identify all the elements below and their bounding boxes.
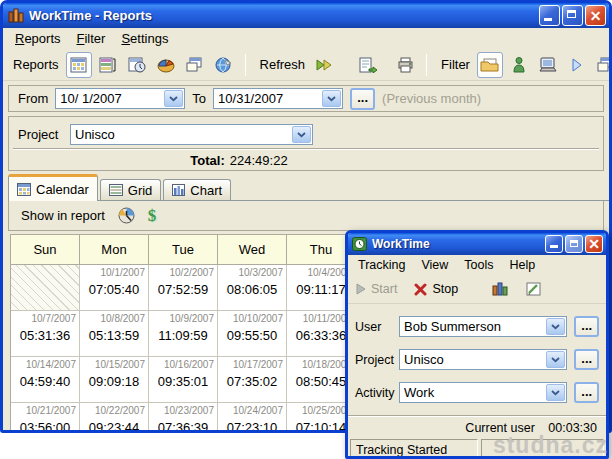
date-range-browse-button[interactable]: ...: [350, 88, 375, 110]
calendar-day-cell[interactable]: 10/16/200709:35:01: [149, 357, 218, 403]
edit-pencil-icon: [526, 282, 541, 296]
calendar-day-cell[interactable]: 10/22/200709:23:44: [80, 403, 149, 430]
tab-chart[interactable]: Chart: [163, 179, 231, 200]
calendar-day-cell[interactable]: 10/15/200709:09:18: [80, 357, 149, 403]
calendar-day-cell[interactable]: 10/10/200709:55:50: [218, 311, 287, 357]
user-value: Bob Summerson: [400, 317, 545, 336]
tracker-window: WorkTime ✕ Tracking View Tools Help Star…: [345, 230, 609, 459]
pie-report-button[interactable]: [153, 52, 179, 78]
tab-calendar[interactable]: Calendar: [8, 174, 98, 201]
calendar-day-cell[interactable]: 10/21/200703:56:00: [11, 403, 80, 430]
cell-date: 10/3/2007: [221, 267, 283, 278]
maximize-button[interactable]: [562, 5, 583, 26]
calendar-day-cell[interactable]: 10/3/200708:06:05: [218, 265, 287, 311]
user-label: User: [355, 320, 399, 334]
cell-time: 09:09:18: [83, 374, 145, 389]
date-filter-panel: From 10/ 1/2007 To 10/31/2007 ... (Previ…: [8, 85, 604, 112]
edit-log-button[interactable]: [520, 276, 546, 302]
tracker-clock-icon: [352, 237, 367, 251]
calendar-day-header: Wed: [218, 235, 287, 265]
menu-reports[interactable]: Reports: [7, 29, 69, 48]
cell-date: 10/17/2007: [221, 359, 283, 370]
menu-view[interactable]: View: [413, 256, 456, 274]
cell-date: 10/11/2007: [290, 313, 352, 324]
chevron-down-icon[interactable]: [546, 384, 565, 401]
web-report-button[interactable]: [211, 52, 237, 78]
calendar-day-cell[interactable]: 10/14/200704:59:40: [11, 357, 80, 403]
filter-activity-button[interactable]: [564, 52, 590, 78]
user-combobox[interactable]: Bob Summerson: [399, 316, 567, 337]
cell-date: 10/22/2007: [83, 405, 145, 416]
start-button[interactable]: Start: [356, 282, 397, 296]
toolbar-separator: [245, 54, 246, 76]
cell-time: 07:23:10: [221, 420, 283, 430]
export-document-icon: [359, 57, 377, 73]
calendar-week-row: 10/1/200707:05:4010/2/200707:52:5910/3/2…: [11, 265, 358, 311]
calendar-day-header: Sun: [11, 235, 80, 265]
calendar-day-cell[interactable]: 10/7/200705:31:36: [11, 311, 80, 357]
minimize-button[interactable]: [539, 5, 560, 26]
refresh-button[interactable]: [312, 52, 338, 78]
to-date-combobox[interactable]: 10/31/2007: [213, 88, 343, 109]
activity-label: Activity: [355, 386, 399, 400]
project-value: Unisco: [400, 350, 545, 369]
calendar-day-cell[interactable]: 10/17/200707:35:02: [218, 357, 287, 403]
chevron-down-icon[interactable]: [292, 126, 311, 143]
copy-report-button[interactable]: [182, 52, 208, 78]
chart-tab-icon: [172, 184, 185, 196]
calendar-report-button[interactable]: [66, 52, 92, 78]
activity-combobox[interactable]: Work: [399, 382, 567, 403]
filter-project-button[interactable]: [477, 52, 503, 78]
tab-grid[interactable]: Grid: [100, 179, 162, 200]
chevron-down-icon[interactable]: [322, 90, 341, 107]
close-button[interactable]: ✕: [585, 235, 603, 253]
project-combobox[interactable]: Unisco: [70, 124, 313, 145]
calendar-day-cell[interactable]: 10/2/200707:52:59: [149, 265, 218, 311]
show-time-icon[interactable]: [118, 207, 135, 224]
reports-titlebar[interactable]: WorkTime - Reports ✕: [3, 3, 609, 28]
calendar-day-cell[interactable]: 10/8/200705:13:59: [80, 311, 149, 357]
calendar-day-cell[interactable]: 10/23/200707:36:39: [149, 403, 218, 430]
export-button[interactable]: [355, 52, 381, 78]
minimize-button[interactable]: [545, 235, 563, 253]
calendar-day-cell[interactable]: 10/9/200711:09:59: [149, 311, 218, 357]
cell-date: 10/24/2007: [221, 405, 283, 416]
cell-time: 07:35:02: [221, 374, 283, 389]
show-money-icon[interactable]: $: [148, 206, 157, 226]
calendar-empty-cell[interactable]: [11, 265, 80, 311]
grid-report-button[interactable]: [95, 52, 121, 78]
grid-tab-icon: [109, 184, 123, 196]
cell-date: 10/10/2007: [221, 313, 283, 324]
stop-button[interactable]: Stop: [414, 282, 458, 296]
watermark: studna.cz: [493, 432, 608, 459]
from-label: From: [18, 91, 48, 106]
maximize-button[interactable]: [565, 235, 583, 253]
refresh-label: Refresh: [254, 57, 310, 72]
project-combobox[interactable]: Unisco: [399, 349, 567, 370]
menu-filter[interactable]: Filter: [69, 29, 114, 48]
filter-computer-button[interactable]: [535, 52, 561, 78]
print-button[interactable]: [392, 52, 418, 78]
chevron-down-icon[interactable]: [546, 351, 565, 368]
filter-copy-button[interactable]: [593, 52, 612, 78]
menu-tools[interactable]: Tools: [456, 256, 501, 274]
calendar-day-cell[interactable]: 10/24/200707:23:10: [218, 403, 287, 430]
menu-settings[interactable]: Settings: [113, 29, 176, 48]
user-browse-button[interactable]: ...: [574, 316, 599, 337]
filter-user-button[interactable]: [506, 52, 532, 78]
project-browse-button[interactable]: ...: [574, 349, 599, 370]
activity-browse-button[interactable]: ...: [574, 382, 599, 403]
close-button[interactable]: ✕: [585, 5, 606, 26]
calendar-day-cell[interactable]: 10/1/200707:05:40: [80, 265, 149, 311]
stop-label: Stop: [432, 282, 458, 296]
reports-shortcut-button[interactable]: [487, 276, 513, 302]
calendar-day-header: Mon: [80, 235, 149, 265]
menu-help[interactable]: Help: [502, 256, 544, 274]
chevron-down-icon[interactable]: [164, 90, 183, 107]
menu-tracking[interactable]: Tracking: [350, 256, 413, 274]
tracker-titlebar[interactable]: WorkTime ✕: [348, 233, 606, 255]
timesheet-report-button[interactable]: [124, 52, 150, 78]
from-date-combobox[interactable]: 10/ 1/2007: [55, 88, 185, 109]
chevron-down-icon[interactable]: [546, 318, 565, 335]
status-text: Tracking Started: [350, 439, 478, 459]
